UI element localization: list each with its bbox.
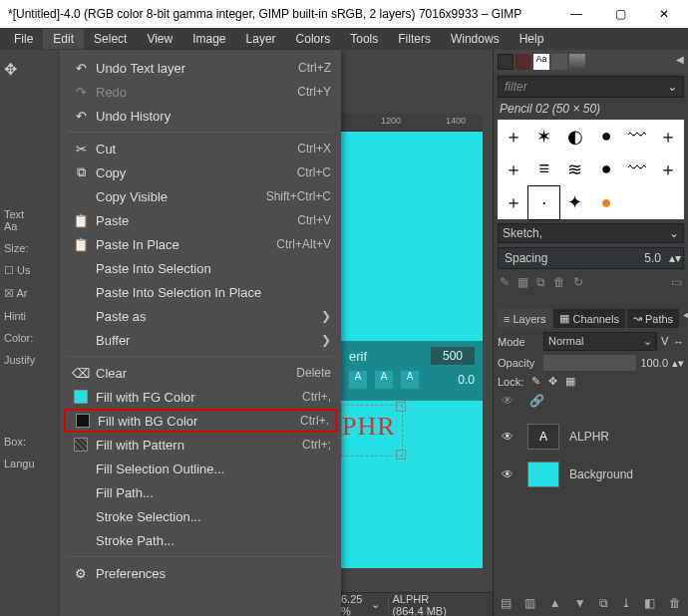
mask-icon[interactable]: ◧ [644, 596, 655, 610]
tab-icon[interactable] [498, 54, 514, 70]
tab-icon[interactable] [551, 54, 567, 70]
delete-layer-icon[interactable]: 🗑 [669, 596, 681, 610]
menubar: FileEditSelectViewImageLayerColorsToolsF… [0, 28, 688, 50]
brush-preset-select[interactable]: Sketch,⌄ [498, 223, 684, 243]
menu-item-cut[interactable]: ✂CutCtrl+X [60, 137, 341, 160]
menu-layer[interactable]: Layer [236, 29, 286, 49]
brush-filter-input[interactable]: filter⌄ [498, 76, 684, 98]
dup-layer-icon[interactable]: ⧉ [599, 596, 608, 610]
panel-menu-icon[interactable]: ◀ [676, 54, 684, 70]
menu-item-stroke-path-[interactable]: Stroke Path... [60, 528, 341, 552]
right-dock: Aa ◀ filter⌄ Pencil 02 (50 × 50) ＋✶◐●〰＋ … [493, 50, 688, 616]
new-layer-icon[interactable]: ▤ [501, 596, 512, 610]
tab-icon[interactable] [516, 54, 531, 70]
titlebar: *[Untitled]-4.0 (RGB color 8-bit gamma i… [0, 0, 688, 28]
edit-icon[interactable]: ✎ [500, 275, 510, 289]
menu-item-fill-path-[interactable]: Fill Path... [60, 480, 341, 504]
menu-colors[interactable]: Colors [286, 29, 341, 49]
menu-item-paste-into-selection[interactable]: Paste Into Selection [60, 256, 341, 280]
menu-windows[interactable]: Windows [441, 29, 510, 49]
new-icon[interactable]: ▦ [517, 275, 528, 289]
menu-item-fill-selection-outline-[interactable]: Fill Selection Outline... [60, 457, 341, 480]
layer-row[interactable]: 👁AALPHR [498, 418, 684, 456]
lock-pixel-icon[interactable]: ✎ [531, 375, 540, 388]
menu-item-fill-with-bg-color[interactable]: Fill with BG ColorCtrl+. [64, 409, 337, 433]
font-preview[interactable]: Aa [4, 220, 56, 232]
visibility-toggle-icon[interactable]: 👁 [502, 430, 517, 444]
tool-options-label: Text [4, 208, 56, 220]
lower-layer-icon[interactable]: ▼ [574, 596, 586, 610]
brush-name-label: Pencil 02 (50 × 50) [494, 100, 688, 118]
minimize-button[interactable]: — [554, 0, 598, 28]
layer-buttons-bar: ▤ ▥ ▲ ▼ ⧉ ⤓ ◧ 🗑 [494, 590, 688, 616]
lock-position-icon[interactable]: ✥ [548, 375, 557, 388]
menu-item-clear[interactable]: ⌫ClearDelete [60, 361, 341, 385]
brush-grid[interactable]: ＋✶◐●〰＋ ＋≡≋●〰＋ ＋·✦● [498, 120, 684, 219]
menu-edit[interactable]: Edit [43, 29, 84, 49]
tab-paths[interactable]: ↝ Paths [627, 309, 679, 328]
style-button[interactable]: A [401, 371, 419, 389]
layer-thumbnail: A [527, 424, 559, 450]
style-button[interactable]: A [375, 371, 393, 389]
opacity-row[interactable]: Opacity 100.0▴▾ [498, 355, 684, 371]
tab-icon[interactable] [569, 54, 585, 70]
menu-item-preferences[interactable]: ⚙Preferences [60, 561, 341, 585]
raise-layer-icon[interactable]: ▲ [549, 596, 561, 610]
menu-item-paste[interactable]: 📋PasteCtrl+V [60, 208, 341, 232]
size-label: Size: [4, 242, 56, 254]
spacing-row[interactable]: Spacing 5.0▴▾ [498, 247, 684, 269]
menu-item-paste-in-place[interactable]: 📋Paste In PlaceCtrl+Alt+V [60, 232, 341, 256]
tool-options-panel: ✥ Text Aa Size: ☐ Us ☒ Ar Hinti Color: J… [0, 50, 60, 616]
menu-item-fill-with-fg-color[interactable]: Fill with FG ColorCtrl+, [60, 385, 341, 409]
canvas-region: 1200 1400 erif 500 A A A 0.0 [341, 50, 493, 616]
menu-item-copy[interactable]: ⧉CopyCtrl+C [60, 160, 341, 184]
layer-row[interactable]: 👁Background [498, 456, 684, 493]
menu-image[interactable]: Image [182, 29, 235, 49]
menu-item-copy-visible[interactable]: Copy VisibleShift+Ctrl+C [60, 184, 341, 208]
visibility-toggle-icon[interactable]: 👁 [502, 467, 517, 481]
menu-item-paste-into-selection-in-place[interactable]: Paste Into Selection In Place [60, 280, 341, 304]
menu-item-paste-as[interactable]: Paste as❯ [60, 304, 341, 328]
menu-file[interactable]: File [4, 29, 43, 49]
menu-help[interactable]: Help [510, 29, 554, 49]
layer-name[interactable]: Background [569, 467, 633, 481]
tab-icon[interactable]: Aa [533, 54, 549, 70]
dup-icon[interactable]: ⧉ [536, 275, 545, 289]
lock-row[interactable]: Lock: ✎ ✥ ▦ [498, 375, 684, 388]
canvas-text[interactable]: PHR [342, 412, 396, 441]
menu-select[interactable]: Select [84, 29, 137, 49]
panel-menu-icon[interactable]: ◀ [683, 309, 688, 328]
blend-mode-row[interactable]: Mode Normal⌄ ᐯ↔ [498, 332, 684, 351]
layer-group-icon[interactable]: ▥ [524, 596, 535, 610]
menu-tools[interactable]: Tools [340, 29, 388, 49]
maximize-button[interactable]: ▢ [598, 0, 642, 28]
canvas[interactable]: erif 500 A A A 0.0 PHR [341, 132, 483, 568]
tab-channels[interactable]: ▦ Channels [553, 309, 624, 328]
status-info: ALPHR (864.4 MB) [392, 593, 463, 617]
style-button[interactable]: A [349, 371, 367, 389]
layer-list: 👁AALPHR👁Background [498, 418, 684, 493]
window-title: *[Untitled]-4.0 (RGB color 8-bit gamma i… [8, 7, 554, 21]
menu-item-stroke-selection-[interactable]: Stroke Selection... [60, 504, 341, 528]
menu-item-fill-with-pattern[interactable]: Fill with PatternCtrl+; [60, 433, 341, 457]
zoom-level[interactable]: 6.25 % [341, 593, 367, 617]
tab-layers[interactable]: ≡ Layers [498, 309, 551, 328]
menu-item-undo-history[interactable]: ↶Undo History [60, 104, 341, 128]
menu-item-redo[interactable]: ↷RedoCtrl+Y [60, 80, 341, 104]
layer-thumbnail [527, 462, 559, 487]
ruler-horizontal: 1200 1400 [341, 114, 483, 132]
open-icon[interactable]: ▭ [671, 275, 682, 289]
menu-item-buffer[interactable]: Buffer❯ [60, 328, 341, 352]
menu-view[interactable]: View [137, 29, 182, 49]
merge-icon[interactable]: ⤓ [621, 596, 631, 610]
lock-alpha-icon[interactable]: ▦ [565, 375, 575, 388]
delete-icon[interactable]: 🗑 [553, 275, 565, 289]
refresh-icon[interactable]: ↻ [573, 275, 583, 289]
eye-header-icon: 👁 [502, 394, 514, 408]
layer-name[interactable]: ALPHR [569, 430, 609, 444]
menu-item-undo-text-layer[interactable]: ↶Undo Text layerCtrl+Z [60, 56, 341, 80]
status-bar: 6.25 % ⌄ ALPHR (864.4 MB) [341, 592, 493, 616]
close-button[interactable]: ✕ [642, 0, 686, 28]
menu-filters[interactable]: Filters [388, 29, 441, 49]
move-tool-icon[interactable]: ✥ [4, 60, 56, 79]
